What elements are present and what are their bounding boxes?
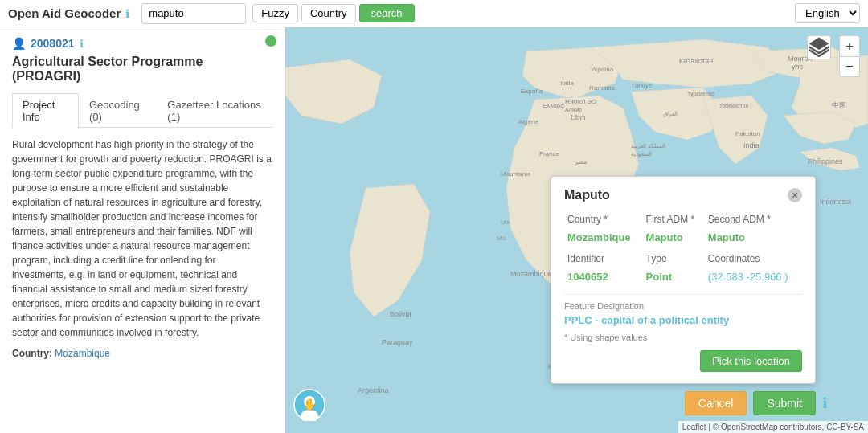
svg-text:Ma: Ma [501,219,510,226]
tab-project-info[interactable]: Project Info [12,93,79,128]
project-id-info-icon[interactable]: ℹ [80,38,84,50]
feature-designation-value: PPLC - capital of a political entity [564,314,802,326]
submit-button[interactable]: Submit [753,391,816,415]
svg-text:France: France [539,150,559,157]
svg-text:Алжир: Алжир [565,107,582,113]
svg-text:✋: ✋ [303,398,317,411]
col-identifier-header: Identifier [564,247,643,269]
table-row-headers2: Identifier Type Coordinates [564,247,802,269]
search-button[interactable]: search [359,4,415,22]
layers-svg [808,36,830,59]
svg-text:Украïна: Украïна [591,66,614,73]
country-cell: Mozambique [564,230,643,247]
country-value: Mozambique [55,348,110,359]
second-adm-cell: Maputo [705,230,802,247]
svg-text:Paraguay: Paraguay [382,338,413,346]
bottom-action-buttons: Cancel Submit ℹ [685,391,828,415]
col-country-header: Country * [564,212,643,230]
location-popup: Maputo × Country * First ADM * Second AD… [551,176,816,384]
svg-text:中国: 中国 [832,101,846,109]
map-container[interactable]: Казахстан Монгол улс 中国 Украïна Türkiye … [285,27,868,433]
project-title: Agricultural Sector Programme (PROAGRI) [12,55,272,84]
project-person-icon: 👤 [12,37,26,50]
project-id-link[interactable]: 2008021 [31,37,75,50]
svg-text:Philippines: Philippines [808,157,843,165]
country-label: Country: [12,348,52,359]
app-title: Open Aid Geocoder [8,6,121,20]
country-button[interactable]: Country [301,4,356,22]
app-info-icon[interactable]: ℹ [125,7,129,20]
layers-icon[interactable] [807,35,831,59]
project-description: Rural development has high priority in t… [12,137,272,340]
zoom-out-button[interactable]: − [839,56,860,77]
language-select[interactable]: English [795,3,860,23]
fuzzy-button[interactable]: Fuzzy [252,4,298,22]
tab-gazetteer[interactable]: Gazetteer Locations (1) [157,93,272,128]
left-panel: 👤 2008021 ℹ Agricultural Sector Programm… [0,27,285,433]
popup-divider [564,294,802,295]
pick-location-button[interactable]: Pick this location [700,350,802,372]
col-coordinates-header: Coordinates [705,247,802,269]
type-cell: Point [643,269,705,286]
project-id-row: 👤 2008021 ℹ [12,37,272,50]
svg-text:Argentina: Argentina [358,386,389,394]
avatar: ✋ [293,389,326,421]
svg-text:España: España [521,88,543,95]
svg-text:Ma: Ma [497,235,506,242]
bottom-info-icon[interactable]: ℹ [822,394,828,412]
svg-text:India: India [743,141,760,149]
coordinates-cell: (32.583 -25.966 ) [705,269,802,286]
svg-text:НЖКоТЭО: НЖКоТЭО [565,98,596,105]
svg-text:Pakistan: Pakistan [735,130,760,137]
popup-table: Country * First ADM * Second ADM * Mozam… [564,212,802,286]
svg-text:Казахстан: Казахстан [679,57,713,65]
svg-text:Bolivia: Bolivia [390,310,411,318]
status-dot [265,35,276,47]
svg-text:Algérie: Algérie [518,118,538,125]
search-input[interactable] [141,3,246,24]
svg-text:السعودية: السعودية [631,151,652,157]
shape-note: * Using shape values [564,333,802,342]
svg-text:Mauritanie: Mauritanie [501,170,531,178]
svg-text:Libya: Libya [571,114,586,121]
svg-text:Ελλάδα: Ελλάδα [542,102,564,109]
svg-text:улс: улс [792,63,804,71]
svg-text:Türkiye: Türkiye [631,82,653,89]
cancel-button[interactable]: Cancel [685,391,747,415]
table-row-location: Mozambique Maputo Maputo [564,230,802,247]
svg-text:العراق: العراق [663,111,678,117]
tab-bar: Project Info Geocoding (0) Gazetteer Loc… [12,93,272,128]
zoom-in-button[interactable]: + [839,35,860,56]
popup-header: Maputo × [564,188,802,202]
svg-text:Mozambique: Mozambique [510,270,552,278]
col-type-header: Type [643,247,705,269]
svg-text:Туркменис: Туркменис [687,91,715,97]
popup-close-button[interactable]: × [788,188,802,202]
first-adm-cell: Maputo [643,230,705,247]
zoom-controls: + − [839,35,860,77]
country-row: Country: Mozambique [12,348,272,359]
map-attribution: Leaflet | © OpenStreetMap contributors, … [678,421,868,433]
svg-text:مصر: مصر [574,158,587,165]
main-content: 👤 2008021 ℹ Agricultural Sector Programm… [0,27,868,433]
popup-title: Maputo [564,188,610,202]
svg-text:Indonesia: Indonesia [820,198,851,206]
tab-geocoding[interactable]: Geocoding (0) [79,93,157,128]
app-header: Open Aid Geocoder ℹ Fuzzy Country search… [0,0,868,27]
identifier-cell: 1040652 [564,269,643,286]
svg-text:المملكة العربية: المملكة العربية [631,143,665,149]
col-first-adm-header: First ADM * [643,212,705,230]
avatar-icon: ✋ [293,389,326,421]
table-row-data: 1040652 Point (32.583 -25.966 ) [564,269,802,286]
col-second-adm-header: Second ADM * [705,212,802,230]
svg-text:România: România [589,84,616,92]
svg-text:Узбекистон: Узбекистон [719,103,749,108]
svg-text:Italia: Italia [560,80,574,87]
feature-designation-label: Feature Designation [564,301,802,311]
